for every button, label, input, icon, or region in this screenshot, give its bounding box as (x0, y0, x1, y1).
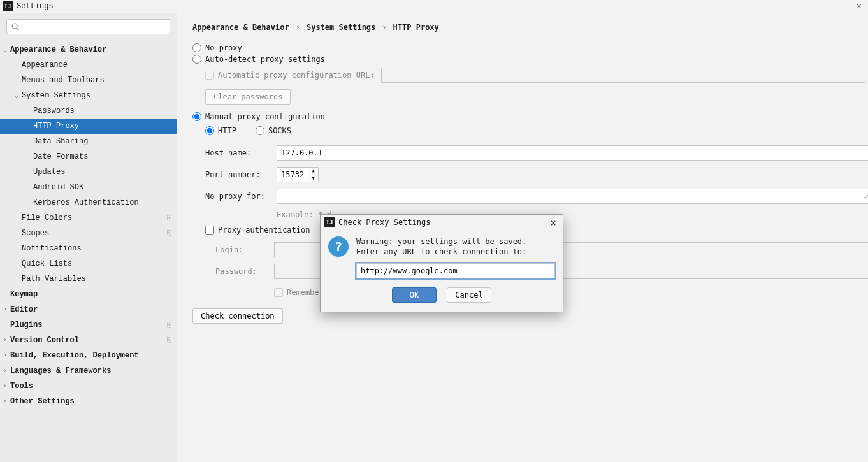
port-spinner[interactable]: ▲ ▼ (308, 167, 319, 182)
dialog-title: Check Proxy Settings (338, 218, 431, 227)
dialog-ok-button[interactable]: OK (392, 287, 437, 303)
checkbox-auto-url-input[interactable] (205, 71, 214, 80)
svg-point-0 (12, 24, 17, 29)
chevron-right-icon[interactable]: › (1, 352, 9, 359)
settings-tree: ⌄Appearance & Behavior›Appearance›Menus … (0, 38, 177, 413)
host-input[interactable] (277, 145, 868, 161)
sidebar-item-label: Editor (10, 305, 38, 314)
checkbox-auto-url[interactable]: Automatic proxy configuration URL: (205, 71, 375, 80)
sidebar-item[interactable]: ›Plugins⎘ (0, 317, 177, 333)
chevron-right-icon[interactable]: › (1, 398, 9, 405)
spinner-up-icon[interactable]: ▲ (308, 168, 318, 175)
dialog-msg-line2: Enter any URL to check connection to: (356, 247, 526, 257)
sidebar-item[interactable]: ›Quick Lists (0, 256, 177, 271)
radio-no-proxy-label: No proxy (205, 43, 242, 52)
sidebar-item-label: Scopes (22, 229, 49, 238)
dialog-cancel-button[interactable]: Cancel (447, 287, 491, 303)
sidebar-item-label: Tools (10, 382, 33, 391)
chevron-right-icon[interactable]: › (1, 337, 9, 343)
dialog-msg-line1: Warning: your settings will be saved. (356, 236, 526, 247)
checkbox-auto-url-label: Automatic proxy configuration URL: (218, 71, 375, 80)
sidebar-item[interactable]: ›Kerberos Authentication (0, 195, 177, 210)
sidebar-item[interactable]: ›Tools (0, 379, 177, 394)
sidebar-item-label: Appearance (22, 61, 68, 69)
sidebar-item-label: File Colors (22, 213, 72, 222)
breadcrumb-sep-icon: › (382, 23, 386, 32)
breadcrumb-item[interactable]: System Settings (307, 23, 375, 32)
radio-http[interactable]: HTTP (205, 126, 236, 135)
host-label: Host name: (205, 148, 269, 157)
sidebar-item[interactable]: ›Passwords (0, 103, 177, 119)
app-icon: IJ (3, 1, 13, 11)
dialog-url-input[interactable] (356, 263, 555, 278)
sidebar-search[interactable] (6, 19, 170, 34)
project-scope-icon: ⎘ (167, 321, 171, 329)
radio-http-input[interactable] (205, 126, 214, 135)
app-icon: IJ (324, 217, 335, 227)
sidebar-item-label: Kerberos Authentication (33, 198, 139, 207)
check-connection-button[interactable]: Check connection (192, 308, 283, 324)
breadcrumb-item[interactable]: Appearance & Behavior (192, 23, 289, 32)
check-proxy-dialog: IJ Check Proxy Settings × ? Warning: you… (320, 214, 563, 312)
sidebar-item[interactable]: ›Notifications (0, 241, 177, 256)
sidebar-item[interactable]: ⌄System Settings (0, 88, 177, 103)
checkbox-remember-label: Remember (287, 288, 324, 297)
port-input[interactable] (277, 167, 308, 182)
sidebar-item[interactable]: ›HTTP Proxy (0, 119, 177, 134)
question-icon: ? (328, 236, 349, 257)
radio-auto-detect[interactable]: Auto-detect proxy settings (192, 55, 868, 64)
sidebar-item[interactable]: ›Appearance (0, 57, 177, 73)
radio-socks-input[interactable] (256, 126, 264, 135)
sidebar-item[interactable]: ›Date Formats (0, 149, 177, 164)
sidebar-item[interactable]: ›Updates (0, 164, 177, 180)
radio-manual-label: Manual proxy configuration (205, 112, 325, 121)
dialog-titlebar: IJ Check Proxy Settings × (321, 215, 563, 230)
sidebar-item[interactable]: ⌄Appearance & Behavior (0, 42, 177, 57)
window-close-icon[interactable]: × (853, 1, 865, 11)
window-titlebar: IJ Settings × (0, 0, 868, 13)
chevron-down-icon[interactable]: ⌄ (13, 92, 20, 99)
radio-auto-detect-input[interactable] (192, 55, 201, 64)
no-proxy-for-label: No proxy for: (205, 192, 269, 201)
sidebar-item[interactable]: ›Other Settings (0, 394, 177, 409)
expand-icon[interactable]: ⤢ (864, 192, 868, 201)
breadcrumb: Appearance & Behavior › System Settings … (192, 23, 868, 32)
sidebar-item[interactable]: ›Path Variables (0, 271, 177, 287)
sidebar-item[interactable]: ›Keymap (0, 287, 177, 302)
sidebar-item[interactable]: ›Scopes⎘ (0, 226, 177, 241)
spinner-down-icon[interactable]: ▼ (308, 175, 318, 182)
radio-socks[interactable]: SOCKS (256, 126, 291, 135)
checkbox-remember-input[interactable] (274, 288, 283, 297)
sidebar-item[interactable]: ›File Colors⎘ (0, 210, 177, 226)
radio-manual[interactable]: Manual proxy configuration (192, 112, 868, 121)
chevron-right-icon[interactable]: › (1, 368, 9, 374)
radio-manual-input[interactable] (192, 112, 201, 121)
sidebar-item-label: Updates (33, 168, 65, 177)
sidebar-item-label: Path Variables (22, 275, 86, 284)
sidebar-item[interactable]: ›Data Sharing (0, 134, 177, 149)
sidebar-search-input[interactable] (20, 22, 170, 31)
no-proxy-for-input[interactable] (277, 189, 868, 204)
sidebar-item[interactable]: ›Android SDK (0, 180, 177, 195)
breadcrumb-sep-icon: › (296, 23, 300, 32)
sidebar-item-label: Passwords (33, 106, 75, 115)
sidebar-item-label: Date Formats (33, 152, 88, 161)
sidebar-item[interactable]: ›Languages & Frameworks (0, 363, 177, 379)
dialog-close-icon[interactable]: × (547, 217, 559, 229)
radio-no-proxy-input[interactable] (192, 43, 201, 52)
sidebar-item[interactable]: ›Build, Execution, Deployment (0, 348, 177, 363)
chevron-right-icon[interactable]: › (1, 383, 9, 389)
sidebar-item-label: Data Sharing (33, 137, 88, 146)
sidebar-item[interactable]: ›Menus and Toolbars (0, 73, 177, 88)
sidebar-item-label: Menus and Toolbars (22, 76, 105, 85)
checkbox-proxy-auth-input[interactable] (205, 226, 214, 235)
sidebar-item-label: Languages & Frameworks (10, 366, 111, 375)
clear-passwords-button[interactable]: Clear passwords (205, 89, 291, 105)
radio-auto-detect-label: Auto-detect proxy settings (205, 55, 325, 64)
chevron-down-icon[interactable]: ⌄ (1, 47, 9, 54)
radio-no-proxy[interactable]: No proxy (192, 43, 868, 52)
chevron-right-icon[interactable]: › (1, 307, 9, 313)
sidebar-item[interactable]: ›Editor (0, 302, 177, 317)
sidebar-item[interactable]: ›Version Control⎘ (0, 333, 177, 348)
login-label: Login: (215, 245, 266, 254)
